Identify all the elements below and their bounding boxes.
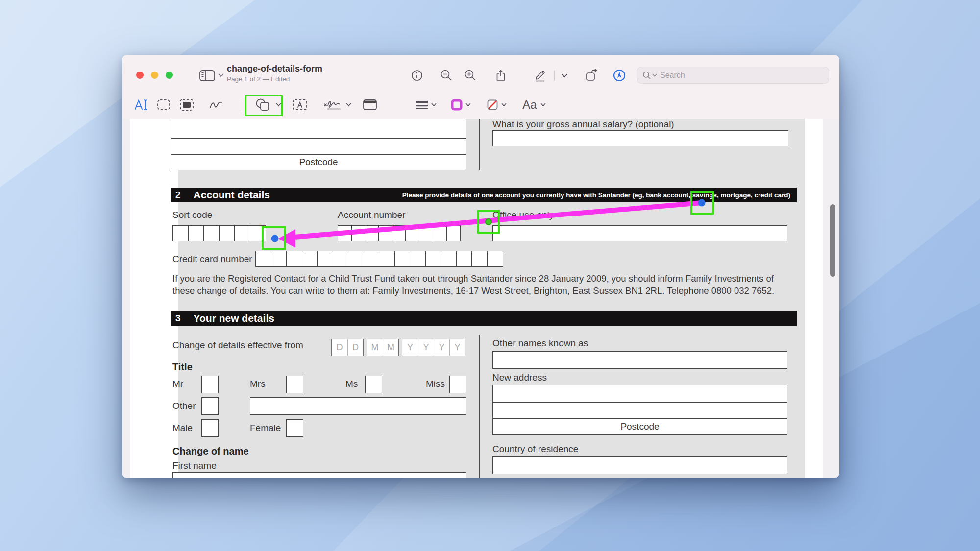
chevron-down-icon	[346, 103, 351, 107]
zoom-in-button[interactable]	[463, 68, 478, 83]
desktop-background: change-of-details-form Page 1 of 2 — Edi…	[0, 0, 980, 551]
arrow-start-point[interactable]	[698, 199, 706, 207]
share-button[interactable]	[493, 68, 508, 83]
title-bar: change-of-details-form Page 1 of 2 — Edi…	[122, 55, 839, 91]
arrow-annotation[interactable]	[278, 203, 702, 248]
border-color-tool[interactable]	[447, 97, 474, 112]
chevron-down-icon	[501, 103, 507, 107]
preview-window: change-of-details-form Page 1 of 2 — Edi…	[122, 55, 839, 478]
search-icon	[642, 71, 651, 80]
sketch-tool[interactable]	[207, 97, 224, 112]
form-field-tool[interactable]	[361, 97, 379, 112]
arrow-end-point[interactable]	[271, 235, 279, 242]
chevron-down-icon	[431, 103, 437, 107]
navigate-pointer-icon[interactable]	[612, 68, 627, 83]
close-button[interactable]	[136, 72, 144, 79]
window-title-block: change-of-details-form Page 1 of 2 — Edi…	[227, 63, 322, 83]
page-status: Page 1 of 2 — Edited	[227, 75, 322, 83]
sidebar-icon	[199, 69, 217, 82]
signature-tool[interactable]	[322, 97, 352, 112]
search-input[interactable]: Search	[637, 67, 829, 84]
chevron-down-icon	[218, 73, 224, 77]
arrow-mid-point[interactable]	[486, 219, 491, 225]
window-title: change-of-details-form	[227, 63, 322, 74]
sidebar-toggle-button[interactable]	[197, 68, 225, 83]
shapes-tool-highlight	[245, 95, 283, 116]
document-viewport: Postcode What is your gross annual salar…	[122, 119, 839, 478]
zoom-window-button[interactable]	[166, 72, 173, 79]
minimize-button[interactable]	[151, 72, 158, 79]
info-button[interactable]	[410, 68, 424, 83]
search-chevron-icon	[652, 73, 657, 77]
markup-more-chevron[interactable]	[558, 68, 571, 83]
rectangular-selection-tool[interactable]	[156, 97, 172, 112]
text-box-tool[interactable]	[291, 97, 309, 112]
markup-pen-button[interactable]	[533, 68, 547, 83]
redact-tool[interactable]	[179, 97, 195, 112]
line-weight-tool[interactable]	[412, 97, 440, 112]
zoom-out-button[interactable]	[439, 68, 454, 83]
fill-color-tool[interactable]	[483, 97, 510, 112]
text-style-label: Aa	[522, 98, 537, 112]
text-style-tool[interactable]: Aa	[519, 97, 549, 112]
markup-toolbar: Aa	[122, 91, 839, 119]
chevron-down-icon	[466, 103, 471, 107]
chevron-down-icon	[540, 103, 546, 107]
rotate-button[interactable]	[584, 68, 599, 83]
search-placeholder: Search	[660, 71, 685, 80]
arrow-head[interactable]	[278, 229, 295, 248]
text-selection-tool[interactable]	[133, 97, 149, 112]
